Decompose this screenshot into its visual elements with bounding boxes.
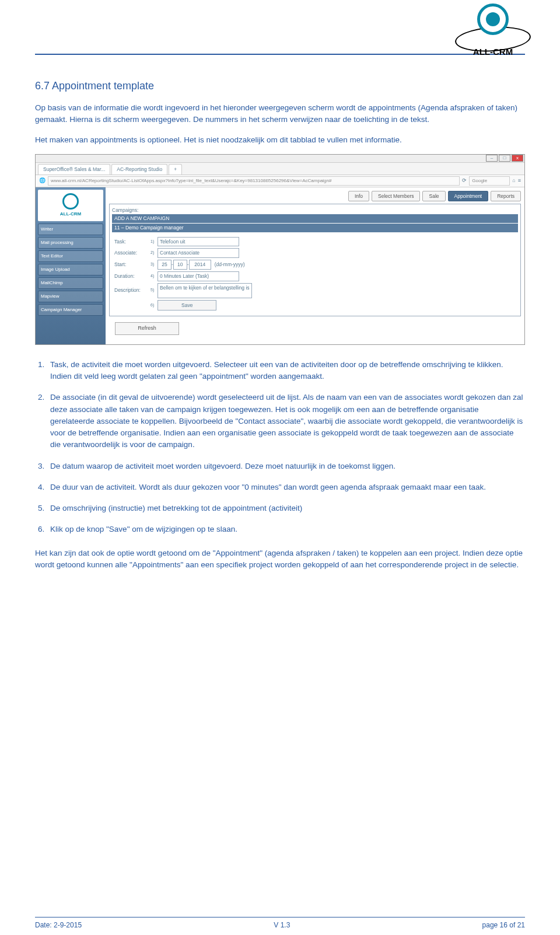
sidebar: ALL-CRM Writer Mail processing Text Edit… (36, 187, 106, 344)
sidebar-item-mailchimp[interactable]: MailChimp (38, 277, 103, 289)
date-hint: (dd-mm-yyyy) (215, 261, 245, 268)
duration-select[interactable]: 0 Minutes Later (Task) (158, 271, 239, 281)
associate-select[interactable]: Contact Associate (158, 248, 239, 258)
page-footer: Date: 2-9-2015 V 1.3 page 16 of 21 (35, 917, 525, 930)
save-button[interactable]: Save (158, 300, 216, 311)
footer-page: page 16 of 21 (482, 920, 525, 930)
campaign-row[interactable]: 11 – Demo Campaign manager (112, 224, 518, 232)
globe-icon: 🌐 (39, 177, 46, 185)
start-year[interactable]: 2014 (189, 260, 211, 270)
sidebar-item-mail[interactable]: Mail processing (38, 237, 103, 249)
sidebar-item-image[interactable]: Image Upload (38, 264, 103, 275)
start-label: Start: (114, 261, 150, 268)
logo-icon (477, 4, 509, 35)
tab-sale[interactable]: Sale (422, 191, 445, 202)
refresh-button[interactable]: Refresh (115, 322, 179, 335)
tab-reports[interactable]: Reports (491, 191, 521, 202)
home-icon[interactable]: ⌂ (512, 177, 515, 185)
sidebar-item-text[interactable]: Text Editor (38, 250, 103, 262)
sidebar-item-mapview[interactable]: Mapview (38, 291, 103, 302)
list-item: De datum waarop de activiteit moet worde… (47, 460, 525, 472)
instruction-list: Task, de activiteit die moet worden uitg… (47, 359, 525, 536)
list-item: De duur van de activiteit. Wordt als duu… (47, 482, 525, 493)
sidebar-logo: ALL-CRM (38, 190, 103, 221)
page-title: 6.7 Appointment template (35, 78, 525, 94)
embedded-screenshot: – □ x SuperOffice® Sales & Mar... AC-Rep… (35, 154, 525, 345)
maximize-icon[interactable]: □ (499, 155, 510, 162)
browser-tab-2[interactable]: AC-Reporting Studio (111, 164, 167, 175)
description-textarea[interactable]: Bellen om te kijken of er belangstelling… (158, 283, 252, 298)
campaign-add[interactable]: ADD A NEW CAMPAIGN (112, 214, 518, 223)
browser-tab-1[interactable]: SuperOffice® Sales & Mar... (38, 164, 110, 175)
sidebar-item-writer[interactable]: Writer (38, 224, 103, 235)
closing-paragraph: Het kan zijn dat ook de optie wordt geto… (35, 547, 525, 571)
browser-tab-new[interactable]: + (169, 164, 182, 175)
reload-icon[interactable]: ⟳ (462, 177, 467, 185)
start-month[interactable]: 10 (173, 260, 187, 270)
start-day[interactable]: 25 (158, 260, 172, 270)
campaigns-label: Campaigns: (112, 207, 138, 213)
list-item: Task, de activiteit die moet worden uitg… (47, 359, 525, 383)
footer-date: Date: 2-9-2015 (35, 920, 82, 930)
tab-select-members[interactable]: Select Members (372, 191, 420, 202)
duration-label: Duration: (114, 273, 150, 280)
task-select[interactable]: Telefoon uit (158, 237, 239, 247)
list-item: De omschrijving (instructie) met betrekk… (47, 503, 525, 514)
search-box[interactable]: Google (469, 176, 510, 186)
minimize-icon[interactable]: – (486, 155, 498, 162)
description-label: Description: (114, 287, 150, 294)
tab-info[interactable]: Info (348, 191, 369, 202)
brand-logo: ALL-CRM (449, 4, 537, 58)
url-bar[interactable]: www.all-crm.nl/ACReportingStudio/AC-List… (48, 176, 460, 186)
task-label: Task: (114, 238, 150, 246)
list-item: De associate (in dit geval de uitvoerend… (47, 392, 525, 451)
footer-version: V 1.3 (274, 920, 290, 930)
intro-paragraph-1: Op basis van de informatie die wordt ing… (35, 102, 525, 126)
tab-appointment[interactable]: Appointment (448, 191, 489, 202)
sidebar-item-campaign[interactable]: Campaign Manager (38, 304, 103, 316)
list-item: Klik op de knop "Save" om de wijzigingen… (47, 524, 525, 535)
menu-icon[interactable]: ≡ (518, 177, 521, 185)
close-icon[interactable]: x (512, 155, 523, 162)
intro-paragraph-2: Het maken van appointments is optioneel.… (35, 134, 525, 146)
brand-name: ALL-CRM (449, 46, 537, 59)
associate-label: Associate: (114, 249, 150, 257)
